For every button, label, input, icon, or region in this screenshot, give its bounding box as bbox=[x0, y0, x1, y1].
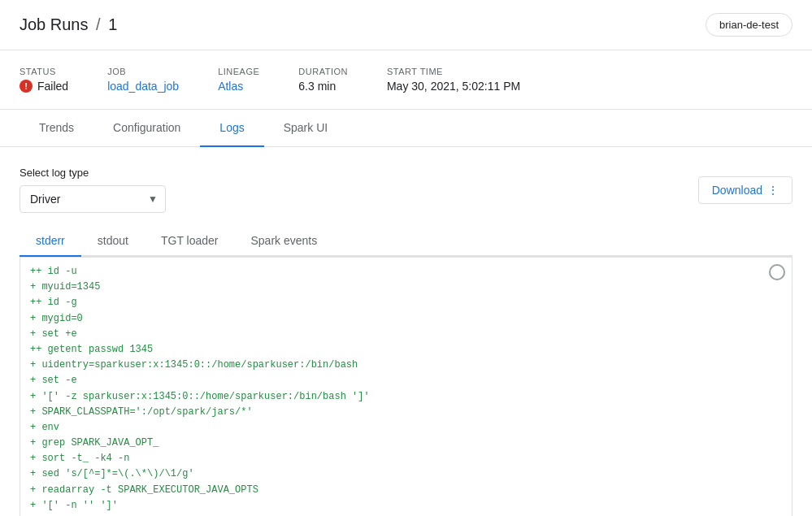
log-line: + '[' -n '' ']' bbox=[30, 498, 782, 514]
log-line: + mygid=0 bbox=[30, 311, 782, 327]
log-type-select-wrapper: Driver Executor ▼ bbox=[20, 185, 166, 213]
log-line: + sed 's/[^=]*=\(.\*\)/\1/g' bbox=[30, 466, 782, 482]
log-line: ++ id -u bbox=[30, 264, 782, 280]
log-line: + env bbox=[30, 420, 782, 436]
log-type-section: Select log type Driver Executor ▼ bbox=[20, 167, 166, 213]
lineage-item: Lineage Atlas bbox=[218, 67, 259, 93]
start-time-value: May 30, 2021, 5:02:11 PM bbox=[387, 80, 520, 93]
log-line: + myuid=1345 bbox=[30, 280, 782, 295]
sub-tab-stdout[interactable]: stdout bbox=[81, 226, 145, 257]
start-time-item: Start Time May 30, 2021, 5:02:11 PM bbox=[387, 67, 520, 93]
log-line: + set -e bbox=[30, 373, 782, 388]
download-label: Download bbox=[712, 184, 762, 197]
tab-logs[interactable]: Logs bbox=[200, 110, 263, 147]
more-icon: ⋮ bbox=[767, 184, 779, 197]
start-time-label: Start Time bbox=[387, 67, 520, 76]
log-type-select[interactable]: Driver Executor bbox=[20, 185, 166, 213]
lineage-value[interactable]: Atlas bbox=[218, 80, 259, 93]
sub-tab-tgt-loader[interactable]: TGT loader bbox=[145, 226, 235, 257]
log-line: ++ id -g bbox=[30, 295, 782, 310]
log-line: + uidentry=sparkuser:x:1345:0::/home/spa… bbox=[30, 358, 782, 373]
tab-spark-ui[interactable]: Spark UI bbox=[264, 110, 347, 147]
job-item: Job load_data_job bbox=[107, 67, 179, 93]
duration-label: Duration bbox=[298, 67, 348, 76]
tab-configuration[interactable]: Configuration bbox=[93, 110, 200, 147]
logs-content: Select log type Driver Executor ▼ Downlo… bbox=[0, 147, 812, 516]
main-tabs: Trends Configuration Logs Spark UI bbox=[0, 110, 812, 147]
sub-tab-spark-events[interactable]: Spark events bbox=[234, 226, 333, 257]
log-line: + grep SPARK_JAVA_OPT_ bbox=[30, 436, 782, 451]
job-label: Job bbox=[107, 67, 179, 76]
log-type-row: Select log type Driver Executor ▼ Downlo… bbox=[20, 167, 792, 213]
scroll-indicator bbox=[769, 264, 785, 280]
status-item: Status ! Failed bbox=[20, 67, 68, 93]
log-line: + '[' -z sparkuser:x:1345:0::/home/spark… bbox=[30, 389, 782, 405]
download-button[interactable]: Download ⋮ bbox=[698, 176, 792, 204]
duration-value: 6.3 min bbox=[298, 80, 348, 93]
page-title: Job Runs / 1 bbox=[20, 15, 117, 34]
log-line: ++ getent passwd 1345 bbox=[30, 342, 782, 358]
sub-tab-stderr[interactable]: stderr bbox=[20, 226, 81, 257]
lineage-label: Lineage bbox=[218, 67, 259, 76]
log-wrapper: ++ id -u+ myuid=1345++ id -g+ mygid=0+ s… bbox=[20, 257, 792, 516]
error-icon: ! bbox=[20, 80, 33, 93]
log-line: + sort -t_ -k4 -n bbox=[30, 451, 782, 466]
status-value: ! Failed bbox=[20, 80, 68, 93]
log-line: + readarray -t SPARK_EXECUTOR_JAVA_OPTS bbox=[30, 483, 782, 498]
status-label: Status bbox=[20, 67, 68, 76]
info-bar: Status ! Failed Job load_data_job Lineag… bbox=[0, 50, 812, 110]
sub-tabs: stderr stdout TGT loader Spark events bbox=[20, 226, 792, 257]
log-output[interactable]: ++ id -u+ myuid=1345++ id -g+ mygid=0+ s… bbox=[20, 257, 792, 516]
log-line: + set +e bbox=[30, 327, 782, 342]
page-header: Job Runs / 1 brian-de-test bbox=[0, 0, 812, 50]
duration-item: Duration 6.3 min bbox=[298, 67, 348, 93]
job-value[interactable]: load_data_job bbox=[107, 80, 179, 93]
tab-trends[interactable]: Trends bbox=[20, 110, 93, 147]
log-line: + SPARK_CLASSPATH=':/opt/spark/jars/*' bbox=[30, 405, 782, 420]
log-type-label: Select log type bbox=[20, 167, 166, 179]
user-chip[interactable]: brian-de-test bbox=[706, 13, 792, 37]
